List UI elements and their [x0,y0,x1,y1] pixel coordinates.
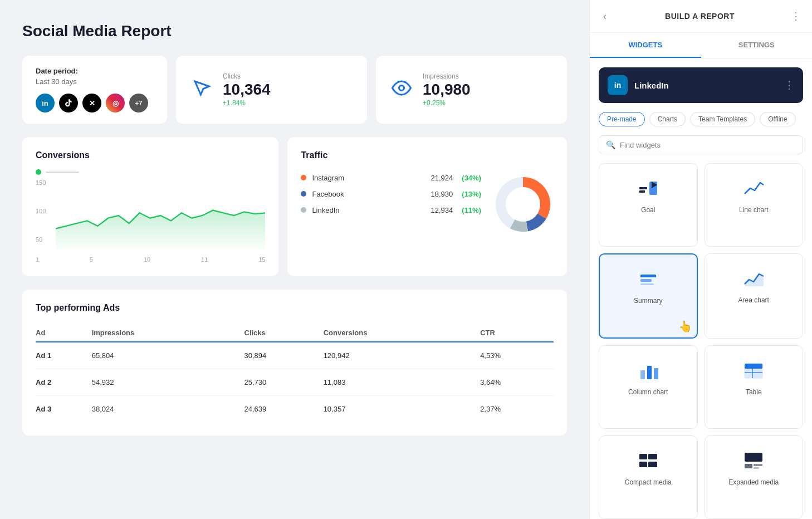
widget-table[interactable]: Table [705,345,804,429]
impressions-value: 10,980 [423,81,471,99]
svg-rect-6 [639,190,645,193]
column-widget-icon [637,357,659,384]
date-value: Last 30 days [36,77,154,86]
widgets-grid: Goal Line chart Summary 👆 Area chart Col… [590,163,812,519]
linkedin-header: in LinkedIn ⋮ [599,67,803,103]
svg-rect-22 [648,462,657,467]
col-header-conversions: Conversions [324,324,481,342]
instagram-dot [301,175,306,180]
traffic-card: Traffic Instagram 21,924 (34%) Facebook … [287,137,567,276]
linkedin-icon[interactable]: in [36,94,55,112]
conversions-title: Conversions [36,150,265,160]
area-widget-label: Area chart [738,296,769,304]
right-panel: ‹ BUILD A REPORT ⋮ WIDGETS SETTINGS in L… [589,0,812,519]
pill-charts[interactable]: Charts [649,112,686,126]
back-button[interactable]: ‹ [601,11,609,22]
widget-line[interactable]: Line chart [705,163,804,247]
instagram-pct: (34%) [462,174,481,182]
widget-search-input[interactable] [620,141,796,149]
linkedin-platform-name: LinkedIn [634,81,777,90]
linkedin-logo: in [608,75,628,95]
facebook-pct: (13%) [462,190,481,198]
widget-goal[interactable]: Goal [599,163,698,247]
traffic-items: Instagram 21,924 (34%) Facebook 18,930 (… [301,174,481,222]
svg-rect-26 [754,467,759,469]
ad-impressions: 54,932 [92,369,244,396]
x-icon[interactable]: ✕ [82,94,101,112]
ad-ctr: 3,64% [480,369,554,396]
linkedin-options-button[interactable]: ⋮ [784,79,794,91]
widget-area[interactable]: Area chart [705,253,804,338]
chart-x-labels: 15101115 [36,256,265,263]
clicks-icon [192,78,212,102]
impressions-info: Impressions 10,980 +0.25% [423,72,471,107]
filter-pills: Pre-made Charts Team Templates Offline [590,112,812,135]
goal-widget-label: Goal [641,206,655,214]
instagram-name: Instagram [312,174,356,182]
more-platforms-icon[interactable]: +7 [129,94,148,112]
widget-column[interactable]: Column chart [599,345,698,429]
svg-rect-9 [640,275,656,277]
instagram-count: 21,924 [431,174,453,182]
ad-clicks: 24,639 [244,396,324,423]
summary-widget-label: Summary [634,297,662,305]
svg-rect-11 [640,283,654,285]
conversions-chart [56,179,265,252]
col-header-ctr: CTR [480,324,554,342]
widget-summary[interactable]: Summary 👆 [599,253,698,338]
svg-rect-23 [745,453,762,462]
svg-rect-24 [745,464,752,468]
tab-widgets[interactable]: WIDGETS [590,33,701,58]
col-header-ad: Ad [36,324,92,342]
ads-table-title: Top performing Ads [36,303,554,313]
ads-table: Ad Impressions Clicks Conversions CTR Ad… [36,324,554,422]
svg-point-0 [399,85,404,90]
date-card: Date period: Last 30 days in ✕ ◎ +7 [22,56,167,124]
panel-more-button[interactable]: ⋮ [791,10,801,22]
traffic-item-instagram: Instagram 21,924 (34%) [301,174,481,182]
tiktok-icon[interactable] [59,94,78,112]
conversions-card: Conversions 150 100 50 [22,137,278,276]
ad-clicks: 25,730 [244,369,324,396]
pill-premade[interactable]: Pre-made [599,112,645,126]
impressions-label: Impressions [423,72,471,80]
tab-settings[interactable]: SETTINGS [701,33,813,58]
ad-ctr: 4,53% [480,342,554,369]
ad-clicks: 30,894 [244,342,324,369]
svg-rect-19 [639,454,647,459]
svg-rect-10 [640,279,652,282]
col-header-impressions: Impressions [92,324,244,342]
expanded-widget-icon [742,447,765,474]
table-row: Ad 2 54,932 25,730 11,083 3,64% [36,369,554,396]
clicks-value: 10,364 [223,81,271,99]
donut-chart [492,174,554,235]
ad-name: Ad 3 [36,396,92,423]
impressions-card: Impressions 10,980 +0.25% [376,56,567,124]
facebook-count: 18,930 [431,190,453,198]
traffic-item-facebook: Facebook 18,930 (13%) [301,190,481,198]
table-widget-icon [742,357,765,384]
goal-widget-icon [637,175,659,202]
ad-conversions: 10,357 [324,396,481,423]
instagram-icon[interactable]: ◎ [106,94,125,112]
pill-team-templates[interactable]: Team Templates [690,112,755,126]
panel-header: ‹ BUILD A REPORT ⋮ [590,0,812,33]
ad-impressions: 38,024 [92,396,244,423]
widget-expanded[interactable]: Expanded media [705,435,804,519]
ad-impressions: 65,804 [92,342,244,369]
traffic-title: Traffic [301,150,554,160]
compact-widget-label: Compact media [625,478,672,486]
linkedin-traffic-dot [301,207,306,213]
col-header-clicks: Clicks [244,324,324,342]
linkedin-pct: (11%) [462,206,481,214]
widget-search-bar[interactable]: 🔍 [599,135,803,154]
social-icons-row: in ✕ ◎ +7 [36,94,154,112]
widget-compact[interactable]: Compact media [599,435,698,519]
linkedin-traffic-name: LinkedIn [312,206,356,214]
svg-rect-16 [745,364,762,369]
stats-row: Date period: Last 30 days in ✕ ◎ +7 Clic… [22,56,567,124]
line-widget-icon [742,175,765,202]
facebook-name: Facebook [312,190,356,198]
line-widget-label: Line chart [739,206,769,214]
pill-offline[interactable]: Offline [760,112,795,126]
